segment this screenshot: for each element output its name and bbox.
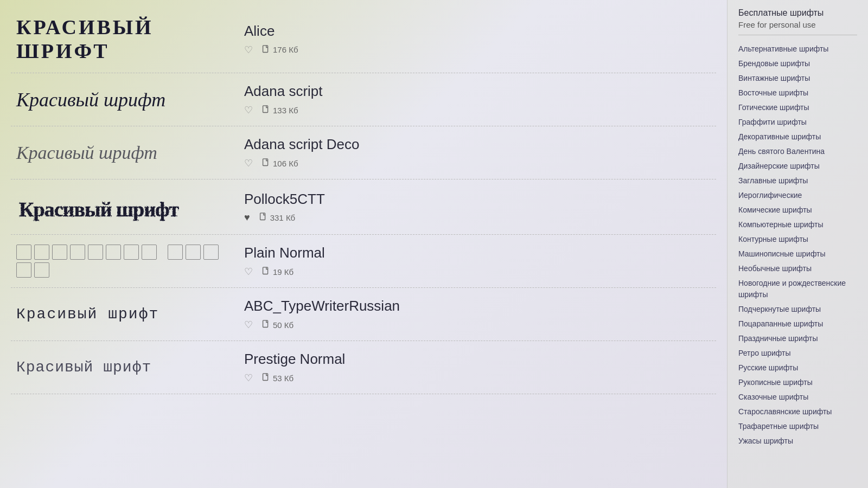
font-info-0: Alice ♡ 176 Кб: [244, 23, 716, 56]
file-info-5: 50 Кб: [261, 320, 293, 330]
font-info-5: ABC_TypeWriterRussian ♡ 50 Кб: [244, 298, 716, 331]
sidebar-item-21[interactable]: Русские шрифты: [738, 361, 857, 375]
font-list: КРАСИВЫЙ ШРИФТ Alice ♡ 176 Кб Красивый ш…: [11, 5, 716, 394]
font-info-4: Plain Normal ♡ 19 Кб: [244, 245, 716, 278]
box-char: [142, 245, 157, 260]
font-preview-1: Красивый шрифт: [11, 88, 228, 111]
sidebar-item-9[interactable]: Заглавные шрифты: [738, 174, 857, 188]
heart-button-6[interactable]: ♡: [244, 372, 253, 384]
svg-rect-2: [263, 159, 268, 166]
sidebar-item-8[interactable]: Дизайнерские шрифты: [738, 159, 857, 174]
font-preview-text-1: Красивый шрифт: [16, 88, 165, 111]
font-name-2: Adana script Deco: [244, 136, 716, 153]
sidebar-item-13[interactable]: Контурные шрифты: [738, 232, 857, 247]
font-meta-6: ♡ 53 Кб: [244, 372, 716, 384]
font-name-6: Prestige Normal: [244, 351, 716, 368]
sidebar-item-14[interactable]: Машинописные шрифты: [738, 247, 857, 261]
box-char: [88, 245, 103, 260]
sidebar-item-25[interactable]: Трафаретные шрифты: [738, 419, 857, 434]
box-char: [16, 245, 31, 260]
file-icon-svg: [261, 320, 270, 330]
sidebar-item-7[interactable]: День святого Валентина: [738, 144, 857, 159]
font-name-0: Alice: [244, 23, 716, 40]
font-info-3: Pollock5CTT ♥ 331 Кб: [244, 191, 716, 223]
font-preview-text-5: Красивый шрифт: [16, 306, 159, 323]
font-entry-3: Красивый шрифт Pollock5CTT ♥ 331 Кб: [11, 179, 716, 235]
file-info-1: 133 Кб: [261, 105, 298, 115]
sidebar-item-3[interactable]: Восточные шрифты: [738, 86, 857, 100]
sidebar: Бесплатные шрифты Free for personal use …: [727, 0, 868, 488]
sidebar-item-12[interactable]: Компьютерные шрифты: [738, 217, 857, 232]
sidebar-item-17[interactable]: Подчеркнутые шрифты: [738, 302, 857, 317]
sidebar-item-26[interactable]: Ужасы шрифты: [738, 434, 857, 448]
file-info-2: 106 Кб: [261, 158, 298, 168]
file-info-0: 176 Кб: [261, 45, 298, 55]
font-preview-4: [11, 245, 228, 278]
box-char: [124, 245, 139, 260]
sidebar-item-19[interactable]: Праздничные шрифты: [738, 331, 857, 346]
svg-rect-5: [263, 267, 268, 274]
sidebar-item-1[interactable]: Брендовые шрифты: [738, 56, 857, 71]
box-char: [52, 245, 67, 260]
box-char: [168, 245, 183, 260]
heart-button-2[interactable]: ♡: [244, 157, 253, 169]
sidebar-item-20[interactable]: Ретро шрифты: [738, 346, 857, 361]
font-meta-3: ♥ 331 Кб: [244, 212, 716, 223]
box-char: [70, 245, 85, 260]
font-entry-0: КРАСИВЫЙ ШРИФТ Alice ♡ 176 Кб: [11, 5, 716, 73]
font-info-6: Prestige Normal ♡ 53 Кб: [244, 351, 716, 384]
sidebar-item-0[interactable]: Альтернативные шрифты: [738, 42, 857, 56]
svg-text:Красивый шрифт: Красивый шрифт: [19, 198, 179, 221]
sidebar-subheader: Free for personal use: [738, 20, 857, 35]
sidebar-item-11[interactable]: Комические шрифты: [738, 203, 857, 217]
heart-button-3[interactable]: ♥: [244, 212, 250, 223]
sidebar-items: Альтернативные шрифтыБрендовые шрифтыВин…: [738, 42, 857, 448]
box-char: [16, 262, 31, 278]
font-entry-5: Красивый шрифт ABC_TypeWriterRussian ♡ 5…: [11, 288, 716, 341]
box-char: [203, 245, 219, 260]
sidebar-item-2[interactable]: Винтажные шрифты: [738, 71, 857, 86]
sidebar-item-23[interactable]: Сказочные шрифты: [738, 390, 857, 404]
sidebar-item-6[interactable]: Декоративные шрифты: [738, 130, 857, 144]
sidebar-item-24[interactable]: Старославянские шрифты: [738, 404, 857, 419]
heart-button-0[interactable]: ♡: [244, 44, 253, 56]
heart-button-5[interactable]: ♡: [244, 319, 253, 331]
font-preview-2: Красивый шрифт: [11, 143, 228, 163]
svg-rect-4: [260, 213, 265, 220]
font-preview-text-0: КРАСИВЫЙ ШРИФТ: [16, 15, 222, 63]
heart-button-4[interactable]: ♡: [244, 266, 253, 278]
font-meta-0: ♡ 176 Кб: [244, 44, 716, 56]
sidebar-item-15[interactable]: Необычные шрифты: [738, 261, 857, 276]
sidebar-item-18[interactable]: Поцарапанные шрифты: [738, 317, 857, 331]
font-preview-5: Красивый шрифт: [11, 306, 228, 323]
font-meta-4: ♡ 19 Кб: [244, 266, 716, 278]
font-preview-3: Красивый шрифт: [11, 189, 228, 224]
font-name-3: Pollock5CTT: [244, 191, 716, 208]
font-preview-0: КРАСИВЫЙ ШРИФТ: [11, 15, 228, 63]
file-info-3: 331 Кб: [259, 213, 296, 222]
font-entry-2: Красивый шрифт Adana script Deco ♡ 106 К…: [11, 126, 716, 179]
file-icon-svg: [259, 213, 267, 222]
file-info-4: 19 Кб: [261, 267, 293, 277]
font-entry-6: Красивый шрифт Prestige Normal ♡ 53 Кб: [11, 341, 716, 394]
sidebar-item-4[interactable]: Готические шрифты: [738, 100, 857, 115]
sidebar-item-5[interactable]: Граффити шрифты: [738, 115, 857, 130]
box-char: [106, 245, 121, 260]
file-icon-svg: [261, 373, 270, 383]
font-meta-2: ♡ 106 Кб: [244, 157, 716, 169]
font-info-2: Adana script Deco ♡ 106 Кб: [244, 136, 716, 169]
font-info-1: Adana script ♡ 133 Кб: [244, 83, 716, 116]
sidebar-item-16[interactable]: Новогодние и рождественские шрифты: [738, 276, 857, 302]
sidebar-header: Бесплатные шрифты: [738, 8, 857, 18]
font-preview-boxes-4: [16, 245, 222, 278]
font-entry-1: Красивый шрифт Adana script ♡ 133 Кб: [11, 73, 716, 126]
file-info-6: 53 Кб: [261, 373, 293, 383]
svg-rect-0: [263, 45, 268, 52]
sidebar-item-10[interactable]: Иероглифические: [738, 188, 857, 203]
file-icon-svg: [261, 45, 270, 55]
font-meta-1: ♡ 133 Кб: [244, 104, 716, 116]
box-char: [34, 245, 49, 260]
sidebar-item-22[interactable]: Рукописные шрифты: [738, 375, 857, 390]
heart-button-1[interactable]: ♡: [244, 104, 253, 116]
svg-rect-7: [263, 374, 268, 381]
